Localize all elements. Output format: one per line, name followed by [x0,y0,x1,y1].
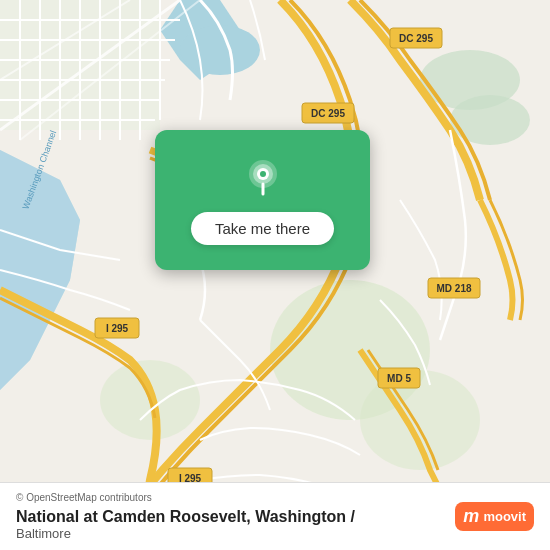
svg-text:MD 5: MD 5 [387,373,411,384]
svg-text:I 295: I 295 [106,323,129,334]
location-card: Take me there [155,130,370,270]
svg-text:DC 295: DC 295 [311,108,345,119]
location-name: National at Camden Roosevelt, Washington… [16,507,355,526]
svg-point-4 [180,25,260,75]
svg-text:DC 295: DC 295 [399,33,433,44]
take-me-there-button[interactable]: Take me there [191,212,334,245]
svg-text:MD 218: MD 218 [436,283,471,294]
moovit-logo: m moovit [455,502,534,531]
map-background: DC 295 DC 295 295 I 695 I 295 I 295 MD 2… [0,0,550,550]
moovit-text: moovit [483,509,526,524]
bottom-bar: © OpenStreetMap contributors National at… [0,482,550,550]
svg-point-6 [450,95,530,145]
location-sub: Baltimore [16,526,355,541]
map-container: DC 295 DC 295 295 I 695 I 295 I 295 MD 2… [0,0,550,550]
moovit-m-letter: m [463,506,479,527]
bottom-info: © OpenStreetMap contributors National at… [16,492,355,541]
svg-point-48 [260,171,266,177]
location-pin-icon [241,156,285,200]
copyright-text: © OpenStreetMap contributors [16,492,355,503]
